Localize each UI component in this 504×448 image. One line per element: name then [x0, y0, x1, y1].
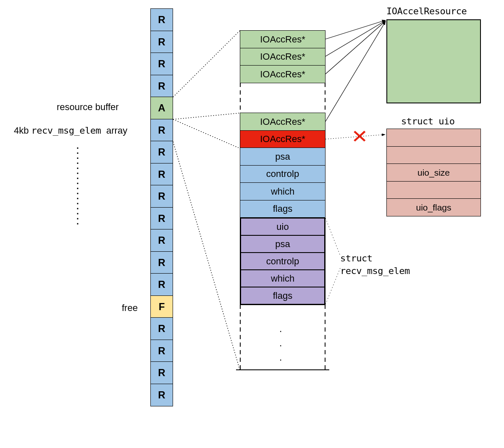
mem-cell-13: F: [150, 295, 173, 318]
ioaccres-ptr-0: IOAccRes*: [240, 30, 326, 48]
resource-buffer-bottom: IOAccRes*IOAccRes*psacontrolpwhichflagsu…: [240, 113, 326, 305]
mem-cell-17: R: [150, 384, 173, 406]
svg-line-0: [173, 31, 240, 97]
svg-line-12: [326, 21, 386, 121]
label-recv-array: 4kb recv_msg_elem array: [14, 125, 127, 136]
mem-cell-15: R: [150, 340, 173, 362]
struct-uio-stack: uio_sizeuio_flags: [386, 129, 481, 216]
uio-field-1: [386, 146, 481, 164]
label-struct-recv: structrecv_msg_elem: [340, 252, 410, 277]
recv-field-b-psa: psa: [241, 235, 325, 253]
ioaccres-bridge-1: IOAccRes*: [240, 130, 326, 148]
svg-line-15: [326, 268, 340, 304]
mem-cell-2: R: [150, 53, 173, 75]
label-free: free: [122, 303, 138, 314]
mem-cell-0: R: [150, 8, 173, 31]
uio-field-2: uio_size: [386, 163, 481, 182]
ioaccres-ptr-1: IOAccRes*: [240, 48, 326, 66]
recv-field-a-which: which: [240, 182, 326, 200]
mem-cell-9: R: [150, 207, 173, 230]
mem-cell-3: R: [150, 75, 173, 98]
label-ioaccelresource: IOAccelResource: [386, 6, 467, 16]
mem-cell-5: R: [150, 119, 173, 142]
uio-field-0: [386, 129, 481, 147]
mem-cell-1: R: [150, 31, 173, 53]
svg-line-10: [326, 21, 386, 56]
recv-field-b-controlp: controlp: [241, 253, 325, 270]
mem-cell-6: R: [150, 141, 173, 163]
svg-line-1: [173, 113, 240, 119]
svg-line-14: [326, 218, 340, 256]
label-resource-buffer: resource buffer: [57, 102, 119, 113]
mem-cell-7: R: [150, 163, 173, 186]
recv-field-a-flags: flags: [240, 200, 326, 218]
ioaccelresource-box: [386, 19, 481, 103]
mem-cell-8: R: [150, 185, 173, 208]
invalid-pointer-icon: ✕: [351, 126, 368, 147]
memory-column: RRRRARRRRRRRRFRRRR: [150, 8, 173, 406]
svg-line-11: [326, 21, 386, 74]
recv-field-b-which: which: [241, 270, 325, 287]
recv-field-a-psa: psa: [240, 148, 326, 166]
mem-cell-16: R: [150, 361, 173, 384]
mem-cell-4: A: [150, 97, 173, 119]
mem-cell-10: R: [150, 229, 173, 252]
ioaccres-ptr-2: IOAccRes*: [240, 65, 326, 83]
uio-field-3: [386, 181, 481, 199]
svg-line-3: [173, 142, 240, 370]
recv-field-b-uio: uio: [241, 218, 325, 235]
vdots-mid-icon: ...: [280, 323, 281, 366]
mem-cell-12: R: [150, 273, 173, 296]
mem-cell-11: R: [150, 251, 173, 274]
uio-field-4: uio_flags: [386, 198, 481, 216]
recv-field-a-controlp: controlp: [240, 165, 326, 183]
resource-buffer-top: IOAccRes*IOAccRes*IOAccRes*: [240, 30, 326, 83]
vdots-left-icon: ................: [76, 142, 80, 223]
recv-field-b-flags: flags: [241, 287, 325, 304]
svg-line-9: [326, 20, 386, 39]
label-struct-uio: struct uio: [401, 116, 454, 126]
mem-cell-14: R: [150, 317, 173, 340]
svg-line-2: [173, 119, 240, 148]
ioaccres-bridge-0: IOAccRes*: [240, 113, 326, 131]
